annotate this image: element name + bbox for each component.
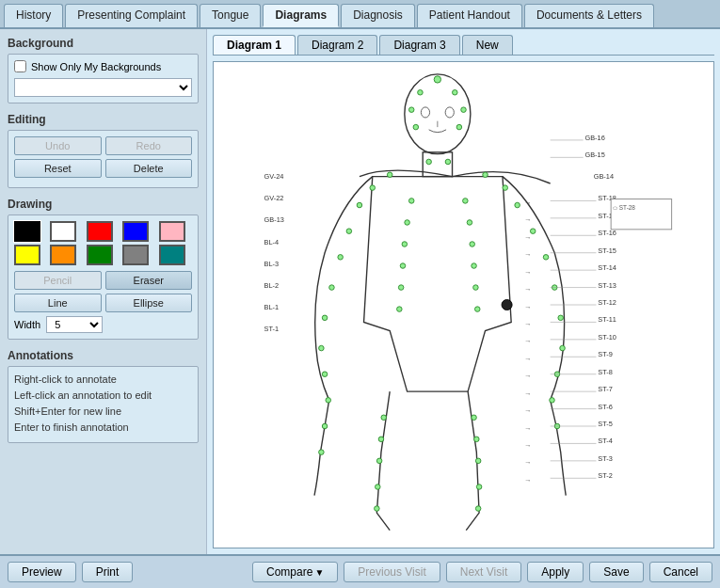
svg-point-16 <box>483 172 488 178</box>
compare-button[interactable]: Compare ▼ <box>252 562 338 582</box>
svg-point-13 <box>426 159 432 165</box>
color-white[interactable] <box>50 221 76 242</box>
reset-delete-row: Reset Delete <box>14 159 192 178</box>
svg-point-48 <box>550 398 555 404</box>
color-green[interactable] <box>87 245 113 265</box>
svg-text:→: → <box>524 215 531 224</box>
right-panel: Diagram 1 Diagram 2 Diagram 3 New <box>207 29 720 554</box>
svg-point-41 <box>515 202 520 208</box>
inner-tab-diagram2[interactable]: Diagram 2 <box>297 35 377 55</box>
svg-point-30 <box>474 307 480 312</box>
svg-text:→: → <box>524 250 531 259</box>
svg-point-50 <box>381 415 387 421</box>
apply-button[interactable]: Apply <box>527 562 584 582</box>
color-pink[interactable] <box>159 221 185 242</box>
svg-point-8 <box>453 89 458 95</box>
svg-text:ST-7: ST-7 <box>598 385 613 393</box>
svg-point-26 <box>472 263 477 269</box>
tab-patient-handout[interactable]: Patient Handout <box>417 4 522 27</box>
delete-button[interactable]: Delete <box>105 159 193 178</box>
svg-text:ST-8: ST-8 <box>598 368 613 376</box>
show-only-my-label: Show Only My Backgrounds <box>31 61 161 72</box>
reset-button[interactable]: Reset <box>14 159 102 178</box>
undo-button[interactable]: Undo <box>14 136 102 155</box>
top-tab-bar: History Presenting Complaint Tongue Diag… <box>0 0 720 29</box>
inner-tab-diagram3[interactable]: Diagram 3 <box>379 35 459 55</box>
print-button[interactable]: Print <box>82 562 134 582</box>
color-red[interactable] <box>87 221 113 242</box>
svg-text:ST-9: ST-9 <box>598 350 613 358</box>
svg-text:→: → <box>524 441 531 450</box>
color-gray[interactable] <box>122 245 149 265</box>
svg-text:GV-22: GV-22 <box>264 194 284 202</box>
svg-point-36 <box>319 345 325 351</box>
previous-visit-button[interactable]: Previous Visit <box>344 562 440 582</box>
svg-point-58 <box>476 485 482 490</box>
background-section-title: Background <box>8 37 199 50</box>
svg-text:ST-4: ST-4 <box>598 437 613 445</box>
background-dropdown[interactable] <box>14 78 192 97</box>
svg-point-35 <box>322 315 328 321</box>
color-yellow[interactable] <box>14 245 40 265</box>
svg-point-29 <box>397 307 403 312</box>
show-only-my-checkbox[interactable] <box>14 60 26 72</box>
annotation-line-3: Shift+Enter for new line <box>14 405 192 418</box>
svg-point-51 <box>378 437 384 442</box>
inner-tab-diagram1[interactable]: Diagram 1 <box>213 35 296 55</box>
tab-diagrams[interactable]: Diagrams <box>263 4 339 27</box>
svg-text:→: → <box>524 476 531 485</box>
svg-point-14 <box>445 159 451 165</box>
acupuncture-figure: GB-16 GB-15 GB-14 ST-18 ST-17 ST-16 ST-1… <box>214 62 713 548</box>
color-teal[interactable] <box>159 245 185 265</box>
tab-presenting-complaint[interactable]: Presenting Complaint <box>65 4 198 27</box>
svg-point-56 <box>474 437 480 442</box>
diagram-canvas[interactable]: GB-16 GB-15 GB-14 ST-18 ST-17 ST-16 ST-1… <box>213 61 714 548</box>
eraser-button[interactable]: Eraser <box>105 271 193 290</box>
svg-text:ST-14: ST-14 <box>598 263 616 272</box>
svg-text:GB-14: GB-14 <box>594 172 614 181</box>
width-select[interactable]: 5 1 2 3 4 6 8 10 <box>46 316 103 333</box>
svg-point-46 <box>560 345 566 351</box>
tab-tongue[interactable]: Tongue <box>200 4 261 27</box>
svg-text:ST-12: ST-12 <box>598 298 616 307</box>
color-blue[interactable] <box>122 221 149 242</box>
svg-point-9 <box>408 107 414 113</box>
svg-point-54 <box>375 506 380 512</box>
svg-point-33 <box>338 255 344 261</box>
svg-text:→: → <box>524 458 531 467</box>
tab-diagnosis[interactable]: Diagnosis <box>341 4 415 27</box>
tab-documents-letters[interactable]: Documents & Letters <box>524 4 654 27</box>
undo-redo-row: Undo Redo <box>14 136 192 155</box>
svg-point-21 <box>405 220 410 226</box>
svg-text:→: → <box>524 285 531 294</box>
svg-point-57 <box>475 458 481 464</box>
svg-point-24 <box>470 242 475 247</box>
svg-text:ST-10: ST-10 <box>598 333 616 342</box>
pencil-button[interactable]: Pencil <box>14 271 102 290</box>
redo-button[interactable]: Redo <box>105 136 193 155</box>
cancel-button[interactable]: Cancel <box>649 562 712 582</box>
svg-point-18 <box>503 185 508 191</box>
save-button[interactable]: Save <box>589 562 643 582</box>
svg-point-40 <box>319 450 325 455</box>
inner-tab-bar: Diagram 1 Diagram 2 Diagram 3 New <box>213 35 714 56</box>
svg-text:→: → <box>524 337 531 345</box>
next-visit-button[interactable]: Next Visit <box>446 562 521 582</box>
svg-text:→: → <box>524 320 531 328</box>
line-button[interactable]: Line <box>14 294 102 312</box>
svg-text:→: → <box>524 372 531 380</box>
color-orange[interactable] <box>50 245 76 265</box>
svg-text:GB-13: GB-13 <box>264 215 284 224</box>
svg-text:ST-5: ST-5 <box>598 420 613 428</box>
inner-tab-new[interactable]: New <box>462 35 513 55</box>
color-black[interactable] <box>14 221 40 242</box>
tab-history[interactable]: History <box>4 4 63 27</box>
ellipse-button[interactable]: Ellipse <box>105 294 193 312</box>
svg-point-37 <box>322 372 328 377</box>
svg-point-23 <box>402 242 408 247</box>
svg-point-10 <box>461 107 467 113</box>
svg-point-32 <box>346 229 352 234</box>
preview-button[interactable]: Preview <box>8 562 76 582</box>
svg-text:ST-1: ST-1 <box>264 325 280 333</box>
svg-text:→: → <box>524 268 531 277</box>
